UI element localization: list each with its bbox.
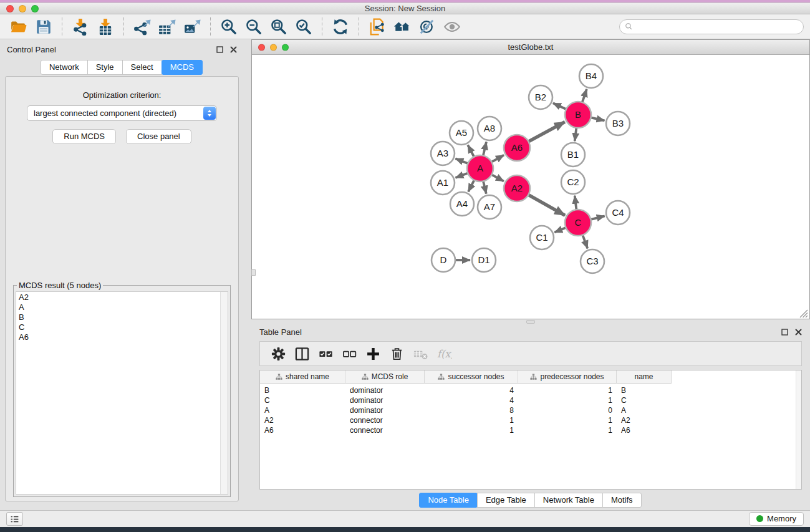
graph-edge-A6-B[interactable] bbox=[526, 122, 565, 143]
graph-node-A4[interactable]: A4 bbox=[450, 192, 474, 216]
result-item[interactable]: B bbox=[19, 312, 219, 322]
zoom-out-button[interactable] bbox=[241, 16, 266, 38]
graph-node-A[interactable]: A bbox=[467, 155, 493, 181]
column-header-successor-nodes[interactable]: successor nodes bbox=[425, 370, 518, 384]
result-item[interactable]: A6 bbox=[19, 332, 219, 342]
graph-node-A1[interactable]: A1 bbox=[431, 171, 455, 195]
tab-mcds[interactable]: MCDS bbox=[162, 60, 203, 75]
table-row[interactable]: Adominator80A bbox=[260, 405, 801, 415]
graph-node-C1[interactable]: C1 bbox=[530, 226, 554, 249]
select-all-rows-button[interactable] bbox=[314, 343, 337, 364]
canvas-edge-handle[interactable] bbox=[251, 269, 256, 276]
save-session-button[interactable] bbox=[31, 16, 56, 38]
graph-node-B2[interactable]: B2 bbox=[529, 85, 552, 109]
column-header-MCDS-role[interactable]: MCDS role bbox=[345, 370, 425, 384]
graph-node-B1[interactable]: B1 bbox=[561, 143, 585, 167]
close-table-panel-icon[interactable] bbox=[795, 329, 802, 336]
open-session-button[interactable] bbox=[6, 16, 31, 38]
float-table-panel-icon[interactable] bbox=[781, 329, 788, 336]
export-table-button[interactable] bbox=[155, 16, 180, 38]
zoom-out-icon bbox=[245, 18, 263, 36]
tab-node-table[interactable]: Node Table bbox=[419, 493, 478, 508]
network-canvas[interactable]: B4 B2 B B3 A8 A5 A6 A3 B1 A C2 A1 A2 bbox=[252, 55, 809, 319]
horizontal-splitter[interactable] bbox=[251, 319, 810, 324]
memory-button[interactable]: Memory bbox=[749, 512, 804, 526]
network-overview-button[interactable] bbox=[390, 16, 415, 38]
zoom-selected-button[interactable] bbox=[291, 16, 316, 38]
close-window-button[interactable] bbox=[6, 5, 14, 12]
toggle-column-button[interactable] bbox=[290, 343, 314, 364]
result-item[interactable]: C bbox=[19, 322, 219, 332]
column-header-name[interactable]: name bbox=[617, 370, 672, 384]
result-item[interactable]: A bbox=[19, 302, 219, 312]
table-settings-button[interactable] bbox=[266, 343, 290, 364]
column-header-shared-name[interactable]: shared name bbox=[260, 370, 345, 384]
network-minimize-button[interactable] bbox=[270, 44, 277, 51]
table-scrollbar[interactable] bbox=[796, 370, 801, 489]
graph-node-A7[interactable]: A7 bbox=[478, 195, 501, 219]
zoom-fit-button[interactable] bbox=[266, 16, 291, 38]
right-area: testGlobe.txt B4 B2 B B3 A8 A5 A6 A3 bbox=[251, 39, 810, 510]
apply-layout-icon bbox=[332, 18, 349, 36]
show-hide-eye-button[interactable] bbox=[440, 16, 465, 38]
graph-node-D1[interactable]: D1 bbox=[472, 248, 496, 272]
apply-layout-button[interactable] bbox=[328, 16, 353, 38]
graph-node-B3[interactable]: B3 bbox=[606, 112, 630, 135]
search-field[interactable] bbox=[619, 19, 804, 34]
run-mcds-button[interactable]: Run MCDS bbox=[52, 129, 116, 144]
unselect-all-rows-button[interactable] bbox=[337, 343, 361, 364]
tab-style[interactable]: Style bbox=[87, 60, 123, 75]
control-panel-title: Control Panel bbox=[7, 45, 56, 54]
network-close-button[interactable] bbox=[258, 44, 265, 51]
export-network-button[interactable] bbox=[130, 16, 155, 38]
minimize-window-button[interactable] bbox=[19, 5, 26, 12]
tab-motifs[interactable]: Motifs bbox=[602, 493, 642, 508]
import-table-from-file-button[interactable] bbox=[93, 16, 118, 38]
graph-node-A3[interactable]: A3 bbox=[431, 142, 455, 165]
table-cell: A bbox=[260, 406, 345, 415]
add-column-button[interactable] bbox=[361, 343, 385, 364]
network-zoom-button[interactable] bbox=[282, 44, 289, 51]
graph-node-C2[interactable]: C2 bbox=[561, 170, 585, 194]
graph-node-B4[interactable]: B4 bbox=[579, 64, 603, 88]
graph-node-D[interactable]: D bbox=[432, 248, 455, 272]
graph-node-C[interactable]: C bbox=[565, 210, 591, 236]
close-panel-button[interactable]: Close panel bbox=[126, 129, 191, 144]
export-image-button[interactable] bbox=[180, 16, 205, 38]
tab-network-table[interactable]: Network Table bbox=[534, 493, 603, 508]
window-resize-grip-icon[interactable] bbox=[800, 310, 808, 317]
result-scrollbar[interactable] bbox=[220, 292, 228, 494]
close-panel-icon[interactable] bbox=[230, 46, 237, 53]
zoom-window-button[interactable] bbox=[31, 5, 39, 12]
content-area: Control Panel NetworkStyleSelectMCDS Opt… bbox=[0, 39, 810, 510]
criterion-dropdown[interactable]: largest connected component (directed) bbox=[27, 105, 217, 121]
tab-network[interactable]: Network bbox=[41, 60, 88, 75]
toggle-graphics-details-button[interactable] bbox=[415, 16, 440, 38]
table-row[interactable]: A2connector11A2 bbox=[260, 415, 801, 425]
tab-select[interactable]: Select bbox=[122, 60, 162, 75]
graph-node-A6[interactable]: A6 bbox=[504, 135, 530, 161]
graph-node-C4[interactable]: C4 bbox=[606, 201, 630, 225]
tab-edge-table[interactable]: Edge Table bbox=[477, 493, 535, 508]
delete-column-button[interactable] bbox=[385, 343, 408, 364]
float-panel-icon[interactable] bbox=[216, 46, 223, 53]
graph-node-A5[interactable]: A5 bbox=[450, 121, 473, 145]
graph-node-C3[interactable]: C3 bbox=[581, 249, 604, 273]
result-item[interactable]: A2 bbox=[19, 293, 219, 302]
table-row[interactable]: Bdominator41B bbox=[260, 385, 801, 395]
graph-node-B[interactable]: B bbox=[565, 102, 591, 128]
import-network-from-file-button[interactable] bbox=[68, 16, 93, 38]
new-network-from-selection-button[interactable] bbox=[365, 16, 390, 38]
delete-column-icon bbox=[389, 346, 405, 362]
table-row[interactable]: A6connector11A6 bbox=[260, 425, 801, 435]
task-history-button[interactable] bbox=[6, 512, 23, 526]
zoom-in-button[interactable] bbox=[216, 16, 241, 38]
save-session-icon bbox=[35, 18, 52, 36]
graph-node-A2[interactable]: A2 bbox=[504, 175, 530, 201]
graph-node-A8[interactable]: A8 bbox=[478, 117, 501, 140]
column-header-predecessor-nodes[interactable]: predecessor nodes bbox=[518, 370, 617, 384]
search-input[interactable] bbox=[636, 22, 799, 31]
graph-edge-A2-C[interactable] bbox=[526, 193, 565, 216]
table-row[interactable]: Cdominator41C bbox=[260, 395, 801, 405]
mcds-result-list[interactable]: A2ABCA6 bbox=[16, 291, 228, 495]
